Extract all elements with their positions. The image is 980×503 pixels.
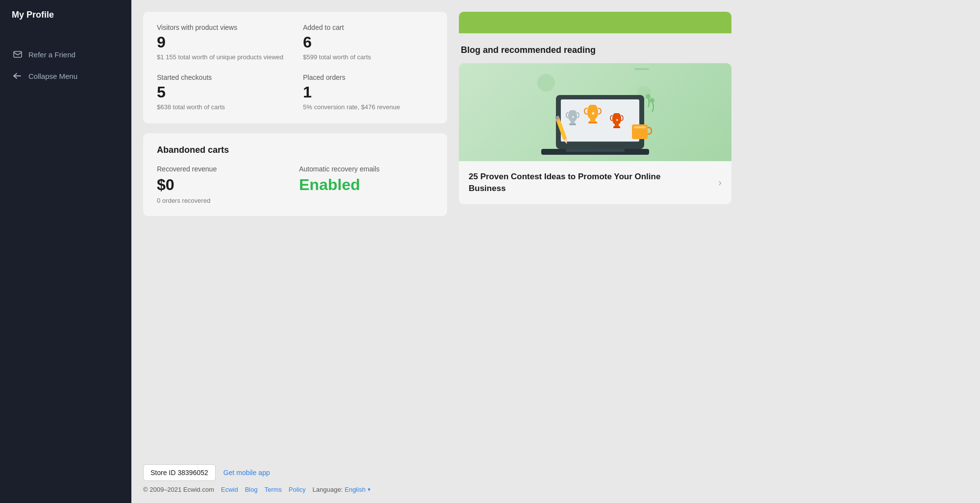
- svg-point-1: [537, 74, 555, 92]
- svg-point-21: [646, 94, 651, 99]
- stat-visitors-sub: $1 155 total worth of unique products vi…: [157, 53, 287, 62]
- auto-emails-label: Automatic recovery emails: [299, 165, 433, 173]
- blog-section-title: Blog and recommended reading: [459, 45, 731, 55]
- chevron-down-icon: ▾: [368, 486, 371, 493]
- recovered-revenue-sub: 0 orders recovered: [157, 197, 291, 204]
- stat-orders: Placed orders 1 5% conversion rate, $476…: [303, 73, 433, 112]
- abandoned-carts-card: Abandoned carts Recovered revenue $0 0 o…: [143, 133, 447, 216]
- sidebar-item-refer-label: Refer a Friend: [28, 50, 75, 59]
- chevron-right-icon: ›: [718, 177, 722, 188]
- arrow-left-icon: [13, 71, 23, 81]
- stat-added-to-cart-number: 6: [303, 34, 433, 50]
- get-mobile-app-link[interactable]: Get mobile app: [224, 469, 270, 477]
- auto-emails-item: Automatic recovery emails Enabled: [299, 165, 433, 204]
- main-content-area: Visitors with product views 9 $1 155 tot…: [131, 0, 980, 503]
- auto-emails-value: Enabled: [299, 176, 433, 194]
- language-selector[interactable]: Language: English ▾: [313, 486, 371, 493]
- svg-text:★: ★: [591, 111, 595, 116]
- left-column: Visitors with product views 9 $1 155 tot…: [143, 12, 447, 455]
- language-value: English: [345, 486, 366, 493]
- stat-checkouts: Started checkouts 5 $638 total worth of …: [157, 73, 287, 112]
- sidebar: My Profile Refer a Friend Collapse Menu: [0, 0, 131, 503]
- footer: Store ID 38396052 Get mobile app © 2009–…: [131, 455, 980, 503]
- stat-visitors: Visitors with product views 9 $1 155 tot…: [157, 24, 287, 62]
- svg-rect-0: [14, 51, 22, 57]
- main-body: Visitors with product views 9 $1 155 tot…: [131, 0, 980, 455]
- footer-link-blog[interactable]: Blog: [245, 486, 257, 493]
- recovered-revenue-item: Recovered revenue $0 0 orders recovered: [157, 165, 291, 204]
- svg-point-22: [650, 98, 654, 103]
- language-label: Language:: [313, 486, 343, 493]
- svg-rect-11: [569, 124, 576, 125]
- top-green-bar: [459, 12, 731, 33]
- stat-orders-label: Placed orders: [303, 73, 433, 81]
- footer-link-terms[interactable]: Terms: [264, 486, 281, 493]
- svg-rect-9: [588, 122, 597, 123]
- sidebar-title: My Profile: [0, 0, 131, 35]
- stat-added-to-cart: Added to cart 6 $599 total worth of cart…: [303, 24, 433, 62]
- stat-visitors-number: 9: [157, 34, 287, 50]
- stats-card: Visitors with product views 9 $1 155 tot…: [143, 12, 447, 123]
- blog-image: ★ ★: [459, 63, 731, 161]
- stat-checkouts-number: 5: [157, 84, 287, 100]
- footer-copyright: © 2009–2021 Ecwid.com: [143, 486, 214, 493]
- stat-added-to-cart-label: Added to cart: [303, 24, 433, 31]
- sidebar-nav: Refer a Friend Collapse Menu: [0, 45, 131, 86]
- svg-rect-8: [566, 149, 625, 152]
- store-id-badge: Store ID 38396052: [143, 464, 216, 481]
- stat-orders-sub: 5% conversion rate, $476 revenue: [303, 103, 433, 112]
- blog-card-body[interactable]: 25 Proven Contest Ideas to Promote Your …: [459, 161, 731, 204]
- footer-row1: Store ID 38396052 Get mobile app: [143, 464, 968, 481]
- blog-section: Blog and recommended reading: [459, 33, 731, 204]
- mail-icon: [13, 49, 23, 59]
- footer-link-ecwid[interactable]: Ecwid: [221, 486, 238, 493]
- svg-rect-20: [634, 126, 646, 128]
- sidebar-item-refer[interactable]: Refer a Friend: [6, 45, 126, 64]
- stat-orders-number: 1: [303, 84, 433, 100]
- abandoned-grid: Recovered revenue $0 0 orders recovered …: [157, 165, 433, 204]
- recovered-revenue-value: $0: [157, 176, 291, 194]
- stat-added-to-cart-sub: $599 total worth of carts: [303, 53, 433, 62]
- sidebar-item-collapse-label: Collapse Menu: [28, 72, 77, 80]
- right-column: Blog and recommended reading: [459, 12, 731, 455]
- blog-card-title: 25 Proven Contest Ideas to Promote Your …: [469, 171, 684, 194]
- footer-link-policy[interactable]: Policy: [289, 486, 306, 493]
- svg-rect-13: [613, 127, 620, 128]
- footer-row2: © 2009–2021 Ecwid.com Ecwid Blog Terms P…: [143, 486, 968, 493]
- recovered-revenue-label: Recovered revenue: [157, 165, 291, 173]
- blog-card[interactable]: ★ ★: [459, 63, 731, 204]
- stat-checkouts-sub: $638 total worth of carts: [157, 103, 287, 112]
- stat-checkouts-label: Started checkouts: [157, 73, 287, 81]
- abandoned-carts-title: Abandoned carts: [157, 145, 433, 155]
- sidebar-item-collapse[interactable]: Collapse Menu: [6, 66, 126, 86]
- stat-visitors-label: Visitors with product views: [157, 24, 287, 31]
- svg-rect-3: [634, 68, 649, 70]
